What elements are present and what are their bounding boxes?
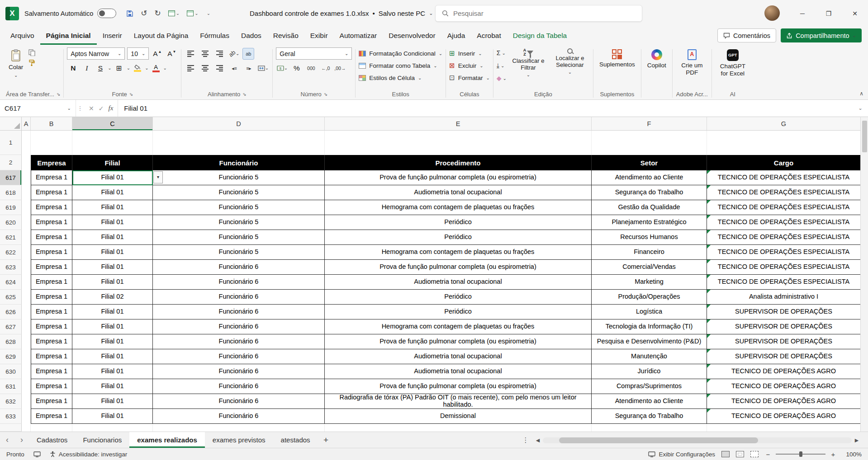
row-header-630[interactable]: 630: [0, 364, 22, 379]
cell[interactable]: TECNICO DE OPERAÇÕES ESPECIALISTA: [707, 275, 860, 290]
sheet-nav-left-icon[interactable]: ‹: [0, 432, 14, 448]
ribbon-tab-automatizar[interactable]: Automatizar: [334, 27, 383, 45]
row-header-626[interactable]: 626: [0, 305, 22, 319]
cell[interactable]: Filial 01: [72, 349, 153, 364]
cell[interactable]: Planejamento Estratégico: [592, 215, 707, 230]
cell[interactable]: Periódico: [325, 215, 592, 230]
cell[interactable]: [707, 131, 860, 155]
cell[interactable]: Prova de função pulmonar completa (ou es…: [325, 334, 592, 349]
cell[interactable]: Comercial/Vendas: [592, 260, 707, 275]
cell[interactable]: Atendimento ao Cliente: [592, 394, 707, 409]
paste-button[interactable]: Colar ⌄: [6, 47, 26, 80]
cell[interactable]: Empresa 1: [31, 245, 72, 260]
dialog-launcher-icon[interactable]: ⇘: [129, 92, 133, 97]
align-top-icon[interactable]: [185, 47, 197, 60]
cell[interactable]: Funcionário 6: [153, 275, 325, 290]
increase-decimal-button[interactable]: ←,0: [319, 62, 332, 74]
user-avatar[interactable]: [764, 5, 780, 21]
table-header-cell[interactable]: Funcionário: [153, 155, 325, 170]
create-pdf-button[interactable]: A Crie um PDF: [676, 47, 708, 78]
ribbon-tab-desenvolvedor[interactable]: Desenvolvedor: [383, 27, 441, 45]
cell[interactable]: Filial 01: [72, 394, 153, 409]
minimize-button[interactable]: ─: [789, 0, 816, 27]
cell[interactable]: Financeiro: [592, 245, 707, 260]
table-header-cell[interactable]: Filial: [72, 155, 153, 170]
expand-formula-bar-icon[interactable]: ⌄: [853, 100, 868, 117]
font-name-select[interactable]: Aptos Narrow⌄: [67, 47, 125, 60]
cancel-icon[interactable]: ✕: [89, 105, 94, 112]
sheet-options-icon[interactable]: ⋮: [520, 432, 531, 448]
cell[interactable]: Produção/Operações: [592, 290, 707, 305]
cell[interactable]: Funcionário 6: [153, 260, 325, 275]
font-color-button[interactable]: A: [150, 62, 162, 74]
cell[interactable]: [22, 155, 31, 170]
addins-button[interactable]: Suplementos: [597, 47, 638, 70]
save-icon[interactable]: [126, 10, 133, 17]
decrease-font-size-button[interactable]: A▼: [166, 47, 178, 60]
bold-button[interactable]: N: [67, 62, 79, 74]
decrease-indent-icon[interactable]: ◂≡: [228, 62, 240, 74]
cell[interactable]: Filial 01: [72, 275, 153, 290]
cell[interactable]: Funcionário 5: [153, 215, 325, 230]
autosum-button[interactable]: Σ⌄: [497, 47, 507, 58]
align-left-icon[interactable]: [185, 62, 197, 74]
cell[interactable]: Atendimento ao Cliente: [592, 170, 707, 185]
data-validation-dropdown[interactable]: ▾: [153, 171, 163, 183]
cell[interactable]: Empresa 1: [31, 379, 72, 394]
cell[interactable]: Empresa 1: [31, 230, 72, 245]
cell[interactable]: Empresa 1: [31, 200, 72, 215]
column-header-E[interactable]: E: [325, 117, 592, 130]
insert-function-icon[interactable]: fx: [108, 104, 113, 112]
cell[interactable]: Empresa 1: [31, 349, 72, 364]
cell[interactable]: Empresa 1: [31, 260, 72, 275]
font-size-select[interactable]: 10⌄: [127, 47, 149, 60]
cell[interactable]: Analista administrativo I: [707, 290, 860, 305]
cell[interactable]: [22, 215, 31, 230]
row-header-1[interactable]: 1: [0, 131, 22, 155]
zoom-slider-thumb[interactable]: [799, 451, 802, 457]
cell[interactable]: TECNICO DE OPERAÇÕES ESPECIALISTA: [707, 230, 860, 245]
cell[interactable]: TECNICO DE OPERAÇÕES ESPECIALISTA: [707, 260, 860, 275]
autosave-toggle[interactable]: [97, 9, 116, 18]
cell[interactable]: Filial 01: [72, 200, 153, 215]
cell[interactable]: Funcionário 6: [153, 349, 325, 364]
italic-button[interactable]: I: [81, 62, 93, 74]
cell[interactable]: Filial 01: [72, 334, 153, 349]
chatgpt-button[interactable]: GPT ChatGPT for Excel: [715, 47, 750, 79]
comma-style-button[interactable]: 000: [305, 62, 317, 74]
cell[interactable]: Tecnologia da Informação (TI): [592, 319, 707, 334]
cell[interactable]: Filial 01: [72, 230, 153, 245]
cell[interactable]: Segurança do Trabalho: [592, 185, 707, 200]
name-box[interactable]: C617⌄: [0, 100, 76, 117]
cell[interactable]: [22, 349, 31, 364]
table-header-cell[interactable]: Cargo: [707, 155, 860, 170]
accessibility-status[interactable]: Acessibilidade: investigar: [50, 451, 128, 458]
cell[interactable]: [22, 409, 31, 424]
clear-button[interactable]: ◆⌄: [497, 73, 507, 84]
cell[interactable]: [22, 230, 31, 245]
cell[interactable]: Prova de função pulmonar completa (ou es…: [325, 170, 592, 185]
collapse-ribbon-icon[interactable]: ∧: [859, 90, 863, 97]
row-header-617[interactable]: 617: [0, 170, 22, 185]
cell[interactable]: Segurança do Trabalho: [592, 409, 707, 424]
cell[interactable]: Funcionário 6: [153, 319, 325, 334]
cell[interactable]: Hemograma com contagem de plaquetas ou f…: [325, 245, 592, 260]
ribbon-tab-design-da-tabela[interactable]: Design da Tabela: [507, 27, 573, 45]
vertical-scrollbar-thumb[interactable]: [862, 121, 867, 152]
cell[interactable]: [22, 364, 31, 379]
column-header-G[interactable]: G: [707, 117, 860, 130]
display-settings-button[interactable]: Exibir Configurações: [648, 451, 715, 458]
cell[interactable]: [153, 131, 325, 155]
ribbon-tab-revisão[interactable]: Revisão: [267, 27, 304, 45]
sheet-tab-exames-previstos[interactable]: exames previstos: [205, 432, 273, 448]
sheet-tab-funcionarios[interactable]: Funcionarios: [75, 432, 129, 448]
cell[interactable]: [22, 185, 31, 200]
page-layout-view-icon[interactable]: [736, 451, 744, 457]
cell[interactable]: Empresa 1: [31, 409, 72, 424]
column-header-D[interactable]: D: [153, 117, 325, 130]
cell[interactable]: SUPERVISOR DE OPERAÇÕES: [707, 334, 860, 349]
align-bottom-icon[interactable]: [213, 47, 226, 60]
cell[interactable]: TECNICO DE OPERAÇÕES ESPECIALISTA: [707, 200, 860, 215]
cell[interactable]: TECNICO DE OPERAÇÕES ESPECIALISTA: [707, 185, 860, 200]
cell[interactable]: Filial 01: [72, 319, 153, 334]
